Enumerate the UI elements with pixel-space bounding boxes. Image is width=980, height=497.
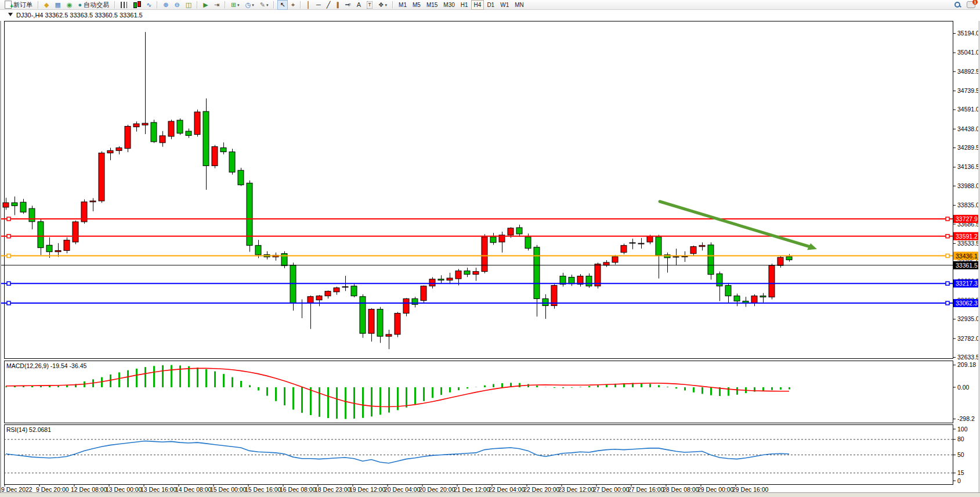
svg-text:32633.5: 32633.5 xyxy=(957,354,979,361)
text-button[interactable]: A xyxy=(355,0,363,10)
bar-chart-button[interactable] xyxy=(118,0,129,10)
collapse-triangle-icon[interactable] xyxy=(8,13,13,16)
dropdown-caret-icon: ▾ xyxy=(385,1,388,9)
bar-chart-icon xyxy=(121,2,127,8)
svg-text:34438.0: 34438.0 xyxy=(957,125,979,132)
toolbar-separator xyxy=(273,1,274,9)
autotrading-button[interactable]: ●自动交易 xyxy=(75,0,111,10)
candlestick-icon xyxy=(133,1,140,8)
chart-shift-icon: ⇥ xyxy=(214,1,219,9)
auto-scroll-icon: ▶ xyxy=(203,1,208,9)
main-toolbar: 新订单◆▦◉●自动交易∿⊕⊖◫▶⇥⊞▾◷▾✎▾↖+│─╱∥┅FAT❖▾M1M5M… xyxy=(0,0,980,10)
zoom-out-button[interactable]: ⊖ xyxy=(172,0,182,10)
cursor-arrow-icon: ↖ xyxy=(280,1,285,9)
dropdown-caret-icon: ▾ xyxy=(237,1,240,9)
window-left-border xyxy=(0,10,1,492)
timeframe-m30-button[interactable]: M30 xyxy=(440,0,457,10)
clock-icon: ◷ xyxy=(245,1,251,9)
line-chart-button[interactable]: ∿ xyxy=(144,0,154,10)
timeframe-h1-button[interactable]: H1 xyxy=(458,0,471,10)
new-order-button[interactable]: 新订单 xyxy=(2,0,35,10)
chat-bubble-icon: 1 xyxy=(967,1,975,8)
horizontal-line-button[interactable]: ─ xyxy=(314,0,323,10)
cursor-button[interactable]: ↖ xyxy=(277,0,287,10)
channel-icon: ∥ xyxy=(336,1,339,9)
vertical-line-icon: │ xyxy=(306,1,310,9)
search-button[interactable] xyxy=(952,0,963,10)
svg-text:15: 15 xyxy=(957,469,964,476)
svg-text:32782.0: 32782.0 xyxy=(957,335,979,342)
svg-text:34739.5: 34739.5 xyxy=(957,87,979,94)
timeframe-m5-button[interactable]: M5 xyxy=(410,0,424,10)
trendline-button[interactable]: ╱ xyxy=(324,0,333,10)
fibonacci-button[interactable]: ┅F xyxy=(343,0,353,10)
toolbar-button-label: 自动交易 xyxy=(84,1,109,9)
cube-icon: ◆ xyxy=(44,1,49,9)
svg-text:34289.5: 34289.5 xyxy=(957,144,979,151)
svg-text:33835.0: 33835.0 xyxy=(957,201,979,208)
rsi-indicator-label: RSI(14) 52.0681 xyxy=(6,426,51,433)
dropdown-caret-icon: ▾ xyxy=(266,1,269,9)
svg-text:33727.9: 33727.9 xyxy=(956,215,978,222)
horizontal-line-icon: ─ xyxy=(316,1,321,9)
chart-title-strip: DJ30-,H4 33362.5 33363.5 33360.5 33361.5 xyxy=(0,10,980,21)
notification-badge: 1 xyxy=(972,0,978,5)
svg-text:100: 100 xyxy=(957,426,968,433)
signal-icon: ◉ xyxy=(67,1,73,9)
timeframe-d1-button[interactable]: D1 xyxy=(484,0,497,10)
equidistant-channel-button[interactable]: ∥ xyxy=(334,0,342,10)
vertical-line-button[interactable]: │ xyxy=(304,0,313,10)
toolbar-separator xyxy=(392,1,393,9)
price-chart[interactable]: 35194.035041.034892.534739.534591.034438… xyxy=(0,0,980,497)
svg-text:33591.2: 33591.2 xyxy=(956,233,978,240)
zoom-in-icon: ⊕ xyxy=(163,1,168,9)
svg-text:35194.0: 35194.0 xyxy=(957,30,979,37)
toolbar-separator xyxy=(300,1,301,9)
window-bottom-border xyxy=(0,492,980,497)
line-chart-icon: ∿ xyxy=(146,1,151,9)
notifications-button[interactable]: 1 xyxy=(964,0,978,10)
svg-text:80: 80 xyxy=(957,435,964,442)
toolbar-separator xyxy=(38,1,39,9)
navigator-button[interactable]: ◉ xyxy=(64,0,75,10)
pencil-chart-icon: ✎ xyxy=(260,1,265,9)
new-chart-button[interactable]: ⊞▾ xyxy=(229,0,242,10)
zoom-in-button[interactable]: ⊕ xyxy=(161,0,171,10)
mt4-window: 新订单◆▦◉●自动交易∿⊕⊖◫▶⇥⊞▾◷▾✎▾↖+│─╱∥┅FAT❖▾M1M5M… xyxy=(0,0,980,497)
timeframe-m1-button[interactable]: M1 xyxy=(396,0,410,10)
arrow-objects-icon: ❖ xyxy=(378,1,384,9)
new-chart-icon: ⊞ xyxy=(231,1,236,9)
auto-scroll-button[interactable]: ▶ xyxy=(201,0,210,10)
macd-indicator-label: MACD(12,26,9) -19.54 -36.45 xyxy=(6,362,86,369)
svg-text:33436.1: 33436.1 xyxy=(956,253,978,260)
candlestick-chart-button[interactable] xyxy=(131,0,143,10)
arrows-button[interactable]: ❖▾ xyxy=(376,0,389,10)
svg-text:33062.3: 33062.3 xyxy=(956,300,978,307)
text-icon: A xyxy=(357,1,361,9)
indicators-button[interactable]: ✎▾ xyxy=(258,0,271,10)
svg-text:209.18: 209.18 xyxy=(957,361,976,368)
timeframe-w1-button[interactable]: W1 xyxy=(497,0,512,10)
timeframe-h4-button[interactable]: H4 xyxy=(471,0,484,10)
timeframe-m15-button[interactable]: M15 xyxy=(424,0,440,10)
data-window-button[interactable]: ▦ xyxy=(52,0,63,10)
svg-text:-298.2: -298.2 xyxy=(957,415,975,422)
svg-text:34892.5: 34892.5 xyxy=(957,68,979,75)
tile-windows-icon: ◫ xyxy=(186,1,191,9)
chart-shift-button[interactable]: ⇥ xyxy=(212,0,222,10)
text-label-button[interactable]: T xyxy=(364,0,375,10)
toolbar-separator xyxy=(197,1,198,9)
toolbar-separator xyxy=(114,1,115,9)
svg-text:50: 50 xyxy=(957,451,964,458)
market-watch-button[interactable]: ◆ xyxy=(42,0,51,10)
chart-title: DJ30-,H4 33362.5 33363.5 33360.5 33361.5 xyxy=(16,12,143,19)
dropdown-caret-icon: ▾ xyxy=(252,1,254,9)
svg-text:33217.3: 33217.3 xyxy=(956,280,978,287)
crosshair-button[interactable]: + xyxy=(289,0,297,10)
timeframe-mn-button[interactable]: MN xyxy=(512,0,527,10)
svg-text:32935.0: 32935.0 xyxy=(957,315,979,322)
tile-windows-button[interactable]: ◫ xyxy=(183,0,194,10)
profiles-button[interactable]: ◷▾ xyxy=(243,0,256,10)
text-label-icon: T xyxy=(367,1,373,9)
new-order-icon xyxy=(5,1,12,9)
